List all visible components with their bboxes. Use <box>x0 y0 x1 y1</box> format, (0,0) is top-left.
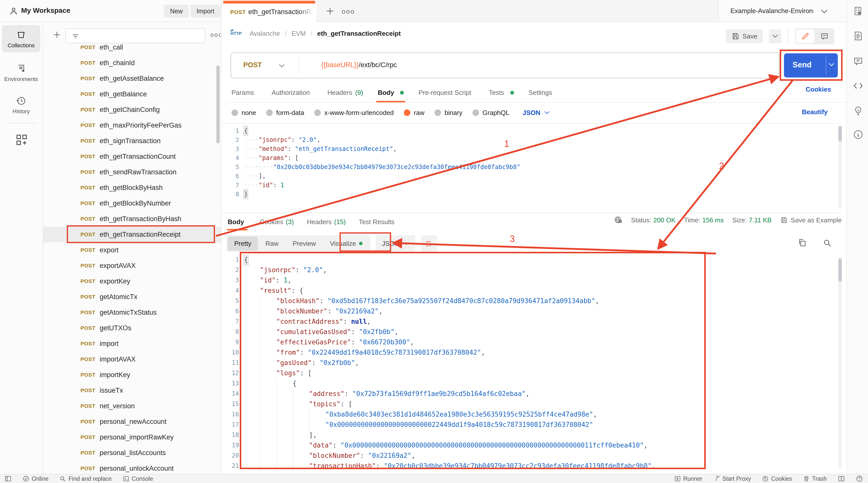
sidebar-request-item[interactable]: POST getAtomicTxStatus <box>43 304 221 320</box>
add-collection-plus-icon[interactable] <box>52 30 61 39</box>
rail-item-history[interactable]: History <box>2 92 40 118</box>
rail-item-environments[interactable]: Environments <box>2 60 40 86</box>
sidebar-request-item[interactable]: POST importKey <box>43 367 221 383</box>
scrollbar-thumb[interactable] <box>838 126 842 141</box>
sidebar-toggle-icon[interactable] <box>4 475 11 482</box>
sidebar-request-item[interactable]: POST personal_listAccounts <box>43 445 221 461</box>
body-type-radio[interactable]: none <box>231 109 256 117</box>
grid-add-icon[interactable] <box>14 133 29 147</box>
runner-button[interactable]: Runner <box>674 476 702 482</box>
split-panel-icon[interactable] <box>838 475 845 482</box>
trash-button[interactable]: Trash <box>803 476 827 482</box>
response-tab-item[interactable]: Test Results <box>359 214 397 230</box>
sidebar-request-item[interactable]: POST personal_importRawKey <box>43 429 221 445</box>
send-options-chevron[interactable] <box>828 62 835 67</box>
beautify-link[interactable]: Beautify <box>802 108 828 116</box>
comments-icon[interactable] <box>853 56 864 66</box>
language-select[interactable]: JSON <box>523 109 550 117</box>
sidebar-request-item[interactable]: POST net_version <box>43 398 221 414</box>
sidebar-request-item[interactable]: POST importAVAX <box>43 351 221 367</box>
view-tab[interactable]: Pretty <box>228 236 258 251</box>
sidebar-request-item[interactable]: POST eth_signTransaction <box>43 133 221 149</box>
search-icon[interactable] <box>823 238 832 248</box>
view-tab[interactable]: Preview <box>286 236 322 251</box>
sidebar-request-item[interactable]: POST eth_getAssetBalance <box>43 71 221 86</box>
documentation-icon[interactable] <box>853 31 864 41</box>
sidebar-request-item[interactable]: POST personal_newAccount <box>43 414 221 429</box>
env-quicklook-icon[interactable] <box>853 6 863 16</box>
sidebar-request-item[interactable]: POST eth_getBlockByNumber <box>43 195 221 211</box>
sidebar-request-item[interactable]: POST eth_getTransactionCount <box>43 149 221 164</box>
breadcrumb-folder[interactable]: EVM <box>291 30 306 37</box>
request-tab-item[interactable]: Authorization <box>272 83 313 102</box>
comment-icon[interactable] <box>816 29 833 43</box>
sidebar-request-item[interactable]: POST eth_maxPriorityFeePerGas <box>43 118 221 133</box>
request-body-editor[interactable]: 1{2····"jsonrpc": "2.0",3····"method": "… <box>221 123 841 213</box>
response-scrollbar[interactable] <box>838 257 842 469</box>
breadcrumb-collection[interactable]: Avalanche <box>250 30 280 37</box>
url-input[interactable]: {{baseURL}}/ext/bc/C/rpc <box>321 61 397 69</box>
request-tab-item[interactable]: Pre-request Script <box>418 83 474 102</box>
save-as-example-button[interactable]: Save as Example <box>780 216 842 224</box>
sidebar-request-item[interactable]: POST getAtomicTx <box>43 289 221 304</box>
body-type-radio[interactable]: x-www-form-urlencoded <box>314 109 394 117</box>
bulb-icon[interactable] <box>853 106 864 116</box>
sidebar-request-item[interactable]: POST issueTx <box>43 383 221 398</box>
pencil-icon[interactable] <box>796 29 814 43</box>
sidebar-request-item[interactable]: POST exportAVAX <box>43 258 221 273</box>
new-tab-plus-icon[interactable] <box>325 6 335 16</box>
body-type-radio[interactable]: GraphQL <box>472 109 509 117</box>
cookies-link[interactable]: Cookies <box>806 86 831 93</box>
new-button[interactable]: New <box>164 4 189 18</box>
info-icon[interactable] <box>853 129 864 140</box>
sidebar-request-item[interactable]: POST getUTXOs <box>43 320 221 336</box>
request-tab-item[interactable]: Body <box>378 83 404 102</box>
globe-lock-icon[interactable] <box>614 216 622 224</box>
rail-item-collections[interactable]: Collections <box>2 25 40 52</box>
sidebar-request-item[interactable]: POST eth_getTransactionByHash <box>43 211 221 227</box>
send-button[interactable]: Send <box>784 53 838 77</box>
sidebar-request-item[interactable]: POST eth_chainId <box>43 55 221 71</box>
sidebar-scrollbar[interactable] <box>216 65 220 143</box>
cookies-button[interactable]: Cookies <box>762 476 792 482</box>
sidebar-request-item[interactable]: POST personal_unlockAccount <box>43 461 221 474</box>
sidebar-request-item[interactable]: POST eth_getBlockByHash <box>43 180 221 195</box>
tab-more-options-icon[interactable]: ooo <box>342 7 355 15</box>
request-tab-item[interactable]: Params <box>231 83 257 102</box>
editor-scrollbar[interactable] <box>838 126 842 209</box>
sidebar-request-item[interactable]: POST eth_getBalance <box>43 86 221 102</box>
response-body-viewer[interactable]: 1{2"jsonrpc": "2.0",3"id": 1,4"result": … <box>221 255 835 474</box>
request-tab[interactable]: POST eth_getTransactionRece <box>222 0 316 22</box>
console-button[interactable]: Console <box>123 476 153 482</box>
environment-selector[interactable]: Example-Avalanche-Environme <box>718 0 846 22</box>
view-tab[interactable]: Visualize <box>323 236 369 251</box>
response-tab-item[interactable]: Cookies (3) <box>260 214 294 230</box>
code-snippet-icon[interactable] <box>853 80 864 91</box>
response-tab-item[interactable]: Body <box>228 214 247 230</box>
start-proxy-button[interactable]: Start Proxy <box>713 476 751 482</box>
view-tab[interactable]: Raw <box>259 236 285 251</box>
online-status[interactable]: Online <box>23 476 48 482</box>
method-select[interactable]: POST <box>243 61 262 69</box>
save-options-chevron[interactable] <box>769 29 781 43</box>
workspace-title[interactable]: My Workspace <box>21 6 70 14</box>
sidebar-more-options-icon[interactable]: ooo <box>210 31 221 38</box>
sidebar-request-item[interactable]: POST eth_getTransactionReceipt <box>43 227 221 242</box>
save-button[interactable]: Save <box>726 29 763 43</box>
request-tab-item[interactable]: Tests <box>489 83 514 102</box>
sidebar-request-item[interactable]: POST export <box>43 242 221 258</box>
body-type-radio[interactable]: form-data <box>266 109 304 117</box>
help-icon[interactable] <box>856 475 863 482</box>
sidebar-request-item[interactable]: POST eth_call <box>43 39 221 55</box>
sidebar-request-item[interactable]: POST eth_getChainConfig <box>43 102 221 118</box>
response-tab-item[interactable]: Headers (15) <box>307 214 346 230</box>
response-language-select[interactable]: JSON <box>376 235 415 252</box>
sidebar-request-item[interactable]: POST eth_sendRawTransaction <box>43 164 221 180</box>
request-tab-item[interactable]: Headers (9) <box>327 83 363 102</box>
sidebar-request-item[interactable]: POST exportKey <box>43 273 221 289</box>
import-button[interactable]: Import <box>190 4 220 18</box>
find-and-replace[interactable]: Find and replace <box>59 476 112 482</box>
sidebar-request-item[interactable]: POST import <box>43 336 221 351</box>
scrollbar-thumb[interactable] <box>838 259 842 282</box>
copy-icon[interactable] <box>798 238 807 248</box>
